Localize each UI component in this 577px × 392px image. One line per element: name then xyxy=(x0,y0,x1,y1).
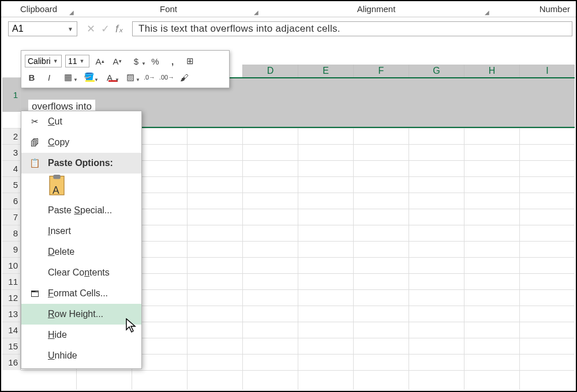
row-header[interactable]: 15 xyxy=(2,338,21,354)
column-header[interactable]: F xyxy=(353,65,409,77)
scissors-icon: ✂ xyxy=(28,116,41,127)
menu-header-paste-options: 📋 Paste Options: xyxy=(21,153,141,174)
fill-color-icon[interactable]: 🪣▼ xyxy=(80,71,98,84)
column-header[interactable]: D xyxy=(242,65,298,77)
dialog-launcher-icon[interactable]: ◢ xyxy=(254,9,258,16)
app-window: Clipboard ◢ Font ◢ Alignment ◢ Number A1… xyxy=(0,0,577,392)
row-header[interactable]: 13 xyxy=(2,306,21,322)
row-header[interactable]: 4 xyxy=(2,160,21,176)
chevron-down-icon[interactable]: ▼ xyxy=(68,26,73,32)
menu-item-row-height[interactable]: Row Height... xyxy=(21,304,141,325)
font-color-icon[interactable]: A▼ xyxy=(101,71,118,84)
ribbon-group-alignment: Alignment xyxy=(357,4,396,14)
italic-icon[interactable]: I xyxy=(42,71,56,84)
row-header[interactable]: 5 xyxy=(2,176,21,193)
borders-icon[interactable]: ▦▼ xyxy=(59,71,77,84)
column-header[interactable]: H xyxy=(464,65,519,77)
column-header[interactable]: G xyxy=(409,65,464,77)
name-box-value: A1 xyxy=(12,24,24,34)
svg-text:A: A xyxy=(53,184,59,196)
row-header[interactable]: 3 xyxy=(2,144,21,160)
increase-font-icon[interactable]: A▴ xyxy=(93,55,107,67)
menu-item-copy[interactable]: 🗐 Copy xyxy=(21,132,141,153)
formula-bar-text: This is text that overflows into adjacen… xyxy=(138,23,340,34)
border-style-icon[interactable]: ▨▼ xyxy=(122,71,139,84)
mini-toolbar: Calibri▼ 11▼ A▴ A▾ $▼ % , ⊞ B I ▦▼ 🪣▼ A▼… xyxy=(21,50,230,88)
row-header[interactable]: 6 xyxy=(2,193,21,209)
column-header[interactable]: I xyxy=(519,65,575,77)
row-header[interactable]: 16 xyxy=(2,354,21,370)
row-header[interactable]: 7 xyxy=(2,209,21,225)
row-header[interactable]: 10 xyxy=(2,257,21,273)
menu-item-hide[interactable]: Hide xyxy=(21,325,141,345)
clipboard-icon: 📋 xyxy=(28,158,41,168)
chevron-down-icon[interactable]: ▼ xyxy=(51,58,58,64)
decrease-font-icon[interactable]: A▾ xyxy=(110,55,124,67)
format-cells-icon: 🗔 xyxy=(28,289,41,299)
name-box[interactable]: A1 ▼ xyxy=(8,21,77,36)
menu-item-clear-contents[interactable]: Clear Contents xyxy=(21,262,141,283)
row-header[interactable]: 11 xyxy=(2,273,21,289)
ribbon-group-number: Number xyxy=(539,4,570,14)
percent-format-icon[interactable]: % xyxy=(148,55,162,67)
copy-icon: 🗐 xyxy=(28,138,41,148)
row-header-column: 1 2 3 4 5 6 7 8 9 10 11 12 13 14 15 16 xyxy=(2,112,21,370)
ribbon-group-clipboard: Clipboard xyxy=(20,4,57,14)
bold-icon[interactable]: B xyxy=(25,71,39,84)
paste-option-default[interactable]: A xyxy=(47,175,70,198)
row-header[interactable]: 14 xyxy=(2,322,21,338)
row-header[interactable]: 9 xyxy=(2,241,21,257)
menu-item-insert[interactable]: Insert xyxy=(21,221,141,242)
chevron-down-icon[interactable]: ▼ xyxy=(77,58,85,64)
menu-item-unhide[interactable]: Unhide xyxy=(21,345,141,366)
increase-decimal-icon[interactable]: .0→ xyxy=(143,71,156,84)
context-menu: ✂ Cut 🗐 Copy 📋 Paste Options: A Paste Sp… xyxy=(21,111,142,369)
svg-rect-1 xyxy=(53,175,61,179)
dialog-launcher-icon[interactable]: ◢ xyxy=(485,9,489,16)
row-header[interactable]: 12 xyxy=(2,289,21,306)
merge-center-icon[interactable]: ⊞ xyxy=(183,55,197,67)
menu-item-delete[interactable]: Delete xyxy=(21,242,141,262)
menu-item-cut[interactable]: ✂ Cut xyxy=(21,111,141,132)
formula-bar-input[interactable]: This is text that overflows into adjacen… xyxy=(132,21,572,36)
ribbon-group-labels: Clipboard ◢ Font ◢ Alignment ◢ Number xyxy=(1,1,576,17)
row-header[interactable]: 8 xyxy=(2,225,21,241)
cancel-icon[interactable]: ✕ xyxy=(87,22,95,35)
accounting-format-icon[interactable]: $▼ xyxy=(128,55,145,67)
row-header[interactable]: 1 xyxy=(2,77,21,112)
column-header[interactable]: E xyxy=(298,65,353,77)
format-painter-icon[interactable]: 🖌 xyxy=(177,71,191,84)
font-name-field[interactable]: Calibri▼ xyxy=(25,55,62,67)
dialog-launcher-icon[interactable]: ◢ xyxy=(69,9,74,16)
ribbon-group-font: Font xyxy=(160,4,177,14)
row-header[interactable]: 2 xyxy=(2,128,21,144)
decrease-decimal-icon[interactable]: .00→ xyxy=(160,71,174,84)
enter-icon[interactable]: ✓ xyxy=(101,22,110,35)
menu-item-paste-special[interactable]: Paste Special... xyxy=(21,200,141,221)
formula-bar-row: A1 ▼ ✕ ✓ fₓ This is text that overflows … xyxy=(1,17,576,39)
comma-format-icon[interactable]: , xyxy=(166,55,179,67)
menu-item-format-cells[interactable]: 🗔 Format Cells... xyxy=(21,283,141,304)
font-size-field[interactable]: 11▼ xyxy=(65,55,89,67)
fx-icon[interactable]: fₓ xyxy=(115,22,123,35)
